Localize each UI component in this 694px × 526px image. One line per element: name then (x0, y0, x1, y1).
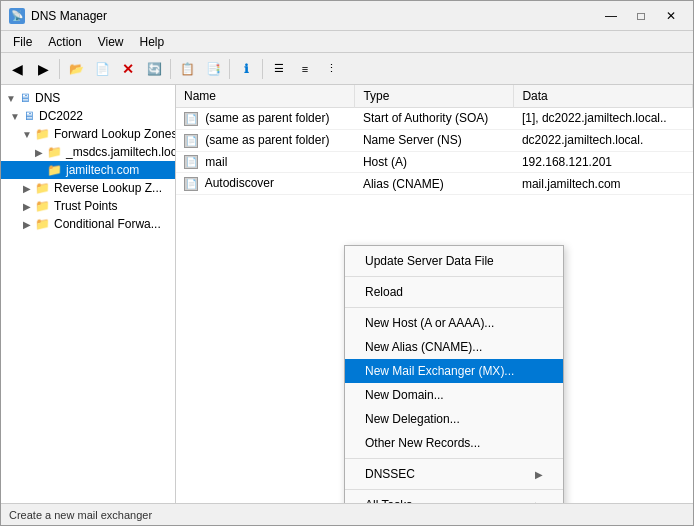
toolbar-sep-3 (229, 59, 230, 79)
jamiltech-label: jamiltech.com (66, 163, 139, 177)
menu-action[interactable]: Action (40, 33, 89, 51)
dc2022-label: DC2022 (39, 109, 83, 123)
ctx-all-tasks[interactable]: All Tasks ▶ (345, 493, 563, 503)
msdcs-icon: 📁 (47, 145, 62, 159)
dns-manager-window: 📡 DNS Manager — □ ✕ File Action View Hel… (0, 0, 694, 526)
record-name: 📄 Autodiscover (176, 173, 355, 195)
tree-item-dc2022[interactable]: ▼ 🖥 DC2022 (1, 107, 175, 125)
record-data: 192.168.121.201 (514, 151, 693, 173)
help-button[interactable]: ℹ (234, 57, 258, 81)
trust-label: Trust Points (54, 199, 118, 213)
records-table: Name Type Data 📄 (same as parent folder)… (176, 85, 693, 195)
table-row[interactable]: 📄 Autodiscover Alias (CNAME) mail.jamilt… (176, 173, 693, 195)
window-title: DNS Manager (31, 9, 597, 23)
reverse-icon: 📁 (35, 181, 50, 195)
back-button[interactable]: ◀ (5, 57, 29, 81)
conditional-icon: 📁 (35, 217, 50, 231)
status-text: Create a new mail exchanger (9, 509, 152, 521)
ctx-other-records[interactable]: Other New Records... (345, 431, 563, 455)
ctx-arrow-alltasks: ▶ (535, 500, 543, 504)
toolbar-sep-1 (59, 59, 60, 79)
record-data: dc2022.jamiltech.local. (514, 129, 693, 151)
ctx-new-delegation[interactable]: New Delegation... (345, 407, 563, 431)
ctx-sep-4 (345, 489, 563, 490)
table-row[interactable]: 📄 (same as parent folder) Name Server (N… (176, 129, 693, 151)
view-tree-button[interactable]: ⋮ (319, 57, 343, 81)
ctx-sep-1 (345, 276, 563, 277)
window-controls: — □ ✕ (597, 6, 685, 26)
record-type: Start of Authority (SOA) (355, 108, 514, 130)
ctx-sep-3 (345, 458, 563, 459)
tree-item-msdcs[interactable]: ▶ 📁 _msdcs.jamiltech.local (1, 143, 175, 161)
status-bar: Create a new mail exchanger (1, 503, 693, 525)
menu-bar: File Action View Help (1, 31, 693, 53)
ctx-sep-2 (345, 307, 563, 308)
record-type: Name Server (NS) (355, 129, 514, 151)
forward-icon: 📁 (35, 127, 50, 141)
main-content: ▼ 🖥 DNS ▼ 🖥 DC2022 ▼ 📁 Forward Lookup Zo… (1, 85, 693, 503)
tree-item-trust[interactable]: ▶ 📁 Trust Points (1, 197, 175, 215)
table-row[interactable]: 📄 (same as parent folder) Start of Autho… (176, 108, 693, 130)
record-name: 📄 (same as parent folder) (176, 108, 355, 130)
ctx-new-mx[interactable]: New Mail Exchanger (MX)... (345, 359, 563, 383)
view-list-button[interactable]: ☰ (267, 57, 291, 81)
col-name[interactable]: Name (176, 85, 355, 108)
show-scope-button[interactable]: 📂 (64, 57, 88, 81)
record-type: Host (A) (355, 151, 514, 173)
ctx-new-domain[interactable]: New Domain... (345, 383, 563, 407)
record-type: Alias (CNAME) (355, 173, 514, 195)
toolbar-sep-2 (170, 59, 171, 79)
forward-button[interactable]: ▶ (31, 57, 55, 81)
ctx-new-host[interactable]: New Host (A or AAAA)... (345, 311, 563, 335)
record-data: [1], dc2022.jamiltech.local.. (514, 108, 693, 130)
ctx-arrow-dnssec: ▶ (535, 469, 543, 480)
export-button[interactable]: 📋 (175, 57, 199, 81)
filter-button[interactable]: 📑 (201, 57, 225, 81)
refresh-button[interactable]: 🔄 (142, 57, 166, 81)
record-name: 📄 (same as parent folder) (176, 129, 355, 151)
app-icon: 📡 (9, 8, 25, 24)
record-type-icon: 📄 (184, 177, 198, 191)
expand-msdcs: ▶ (33, 146, 45, 158)
tree-item-reverse[interactable]: ▶ 📁 Reverse Lookup Z... (1, 179, 175, 197)
toolbar-sep-4 (262, 59, 263, 79)
forward-label: Forward Lookup Zones (54, 127, 176, 141)
expand-forward: ▼ (21, 128, 33, 140)
maximize-button[interactable]: □ (627, 6, 655, 26)
context-menu: Update Server Data File Reload New Host … (344, 245, 564, 503)
delete-button[interactable]: ✕ (116, 57, 140, 81)
ctx-new-alias[interactable]: New Alias (CNAME)... (345, 335, 563, 359)
right-panel: Name Type Data 📄 (same as parent folder)… (176, 85, 693, 503)
tree-item-forward[interactable]: ▼ 📁 Forward Lookup Zones (1, 125, 175, 143)
menu-help[interactable]: Help (132, 33, 173, 51)
ctx-reload[interactable]: Reload (345, 280, 563, 304)
menu-view[interactable]: View (90, 33, 132, 51)
view-detail-button[interactable]: ≡ (293, 57, 317, 81)
record-data: mail.jamiltech.com (514, 173, 693, 195)
col-type[interactable]: Type (355, 85, 514, 108)
expand-dns: ▼ (5, 92, 17, 104)
tree-item-conditional[interactable]: ▶ 📁 Conditional Forwa... (1, 215, 175, 233)
tree-item-dns[interactable]: ▼ 🖥 DNS (1, 89, 175, 107)
close-button[interactable]: ✕ (657, 6, 685, 26)
tree-item-jamiltech[interactable]: 📁 jamiltech.com (1, 161, 175, 179)
properties-button[interactable]: 📄 (90, 57, 114, 81)
reverse-label: Reverse Lookup Z... (54, 181, 162, 195)
table-row[interactable]: 📄 mail Host (A) 192.168.121.201 (176, 151, 693, 173)
tree-panel: ▼ 🖥 DNS ▼ 🖥 DC2022 ▼ 📁 Forward Lookup Zo… (1, 85, 176, 503)
dns-icon: 🖥 (19, 91, 31, 105)
record-type-icon: 📄 (184, 155, 198, 169)
ctx-update-server[interactable]: Update Server Data File (345, 249, 563, 273)
expand-conditional: ▶ (21, 218, 33, 230)
menu-file[interactable]: File (5, 33, 40, 51)
minimize-button[interactable]: — (597, 6, 625, 26)
record-type-icon: 📄 (184, 112, 198, 126)
expand-jamiltech (33, 164, 45, 176)
expand-dc2022: ▼ (9, 110, 21, 122)
jamiltech-icon: 📁 (47, 163, 62, 177)
conditional-label: Conditional Forwa... (54, 217, 161, 231)
col-data[interactable]: Data (514, 85, 693, 108)
ctx-dnssec[interactable]: DNSSEC ▶ (345, 462, 563, 486)
msdcs-label: _msdcs.jamiltech.local (66, 145, 176, 159)
record-name: 📄 mail (176, 151, 355, 173)
